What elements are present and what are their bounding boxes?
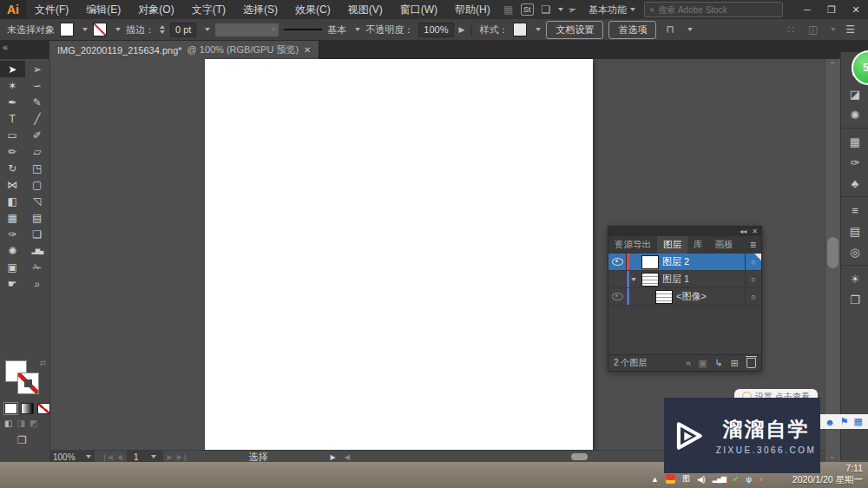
style-swatch[interactable]	[513, 23, 527, 36]
shape-builder-tool[interactable]: ◧	[0, 193, 25, 209]
symbols-panel-icon[interactable]: ♣	[841, 173, 868, 194]
layer-thumbnail[interactable]	[641, 273, 659, 287]
color-guide-panel-icon[interactable]: ✺	[841, 104, 868, 125]
control-menu-icon[interactable]: ☰	[841, 23, 859, 36]
usb-tray-icon[interactable]: ψ	[746, 475, 751, 484]
zoom-level-dropdown[interactable]: 100%	[49, 451, 95, 463]
gradient-mode-button[interactable]	[21, 403, 34, 414]
new-layer-icon[interactable]: ⊞	[731, 358, 739, 369]
panel-toggle-icon[interactable]: ◫	[804, 23, 822, 36]
layer-row[interactable]: 图层 2 ○	[608, 254, 761, 271]
selection-tool[interactable]: ➤	[0, 61, 25, 77]
none-mode-button[interactable]	[37, 403, 50, 414]
prev-artboard-icon[interactable]: ◀	[117, 453, 122, 461]
align-dots-icon[interactable]: ∷	[783, 23, 799, 36]
restore-button[interactable]: ❐	[819, 0, 844, 19]
eraser-tool[interactable]: ▱	[25, 143, 50, 160]
chevron-down-icon[interactable]	[687, 28, 693, 31]
tab-artboards[interactable]: 画板	[709, 236, 740, 254]
first-artboard-icon[interactable]: ❙◀	[102, 453, 113, 461]
layer-row[interactable]: <图像> ○	[608, 288, 761, 306]
gradient-slider-panel-icon[interactable]: ▤	[841, 221, 868, 241]
paintbrush-tool[interactable]: ✐	[25, 127, 50, 143]
scroll-down-icon[interactable]: ⌄	[829, 452, 836, 460]
next-artboard-icon[interactable]: ▶	[168, 453, 173, 461]
artboard[interactable]	[205, 59, 593, 450]
chevron-down-icon[interactable]	[536, 28, 541, 31]
draw-normal-icon[interactable]: ◧	[4, 419, 12, 428]
blend-tool[interactable]: ❏	[25, 226, 50, 242]
hand-tool[interactable]: ☛	[0, 275, 25, 292]
stroke-width-field[interactable]: 0 pt	[170, 23, 196, 37]
layer-thumbnail[interactable]	[655, 290, 673, 304]
new-sublayer-icon[interactable]: ↳	[715, 358, 723, 369]
pen-tool[interactable]: ✒	[0, 94, 25, 110]
rectangle-tool[interactable]: ▭	[0, 127, 25, 143]
magic-wand-tool[interactable]: ✶	[0, 77, 25, 94]
target-circle-icon[interactable]: ○	[745, 271, 761, 287]
scroll-up-icon[interactable]: ⌃	[829, 61, 836, 69]
swatches-panel-icon[interactable]: ▦	[841, 128, 868, 152]
draw-inside-icon[interactable]: ◩	[30, 419, 37, 428]
cleaner-tray-icon[interactable]: ◗	[759, 475, 763, 484]
touch-workspace-icon[interactable]: ⊓	[661, 23, 678, 36]
volume-tray-icon[interactable]: ◀)	[697, 475, 706, 484]
shaper-tool[interactable]: ✏	[0, 143, 25, 160]
tab-libraries[interactable]: 库	[687, 236, 709, 254]
panel-collapse-icon[interactable]: ◂◂	[740, 228, 746, 235]
document-setup-button[interactable]: 文档设置	[546, 21, 603, 39]
input-method-tray-icon[interactable]: 图	[682, 473, 690, 485]
artboard-tool[interactable]: ▣	[0, 259, 25, 275]
search-input[interactable]	[656, 4, 779, 16]
panel-menu-icon[interactable]: ≡	[745, 239, 761, 251]
layer-row[interactable]: 图层 1 ○	[608, 271, 761, 288]
menu-type[interactable]: 文字(T)	[183, 3, 234, 17]
antivirus-tray-icon[interactable]	[666, 474, 675, 484]
zoom-tool[interactable]: ⌕	[25, 275, 50, 292]
safety-tray-icon[interactable]: ✔	[733, 475, 740, 484]
color-mode-button[interactable]	[4, 403, 17, 414]
perspective-grid-tool[interactable]: ◹	[25, 193, 50, 209]
clipping-mask-icon[interactable]: ▣	[698, 358, 707, 369]
free-transform-tool[interactable]: ▢	[25, 176, 50, 193]
slice-tool[interactable]: ✁	[25, 259, 50, 275]
rotate-tool[interactable]: ↻	[0, 160, 25, 176]
locate-object-icon[interactable]: ⌕	[682, 360, 694, 366]
horizontal-scrollbar-thumb[interactable]	[571, 453, 588, 460]
delete-layer-icon[interactable]	[746, 358, 756, 368]
user-shortcut-icon[interactable]: ☻	[825, 417, 835, 427]
tab-layers[interactable]: 图层	[657, 236, 687, 254]
stroke-swatch-large[interactable]	[17, 373, 39, 394]
gradient-panel-icon[interactable]: ◪	[841, 83, 868, 104]
type-tool[interactable]: T	[0, 110, 25, 127]
layer-thumbnail[interactable]	[641, 255, 659, 269]
scale-tool[interactable]: ◳	[25, 160, 50, 176]
tab-close-icon[interactable]: ✕	[304, 45, 311, 55]
arrange-documents-icon[interactable]: ▦	[499, 3, 517, 16]
menu-help[interactable]: 帮助(H)	[446, 3, 499, 17]
chevron-down-icon[interactable]	[355, 28, 360, 31]
workspace-switcher[interactable]: 基本功能	[589, 3, 635, 16]
toolbox-collapse-icon[interactable]: «	[3, 42, 8, 52]
preferences-button[interactable]: 首选项	[608, 21, 656, 39]
layer-name[interactable]: <图像>	[676, 290, 745, 303]
layer-name[interactable]: 图层 1	[662, 273, 745, 286]
target-circle-icon[interactable]: ○	[745, 288, 761, 305]
menu-effect[interactable]: 效果(C)	[286, 3, 339, 17]
expand-chevron-icon[interactable]	[631, 278, 636, 281]
last-artboard-icon[interactable]: ▶❙	[177, 453, 188, 461]
lasso-tool[interactable]: ∽	[25, 77, 50, 94]
draw-behind-icon[interactable]: ◨	[16, 419, 24, 428]
opacity-field[interactable]: 100%	[418, 23, 453, 37]
share-icon[interactable]: ➣	[562, 2, 582, 18]
mesh-tool[interactable]: ▦	[0, 209, 25, 226]
scrollbar-thumb[interactable]	[827, 237, 838, 268]
stroke-panel-icon[interactable]: ≡	[841, 196, 868, 221]
direct-selection-tool[interactable]: ➢	[25, 61, 50, 77]
line-segment-tool[interactable]: ╱	[25, 110, 50, 127]
chevron-down-icon[interactable]	[82, 28, 88, 31]
menu-object[interactable]: 对象(O)	[129, 3, 182, 17]
menu-edit[interactable]: 编辑(E)	[77, 3, 129, 17]
menu-window[interactable]: 窗口(W)	[391, 3, 446, 17]
shop-shortcut-icon[interactable]: ⚑	[840, 416, 849, 427]
